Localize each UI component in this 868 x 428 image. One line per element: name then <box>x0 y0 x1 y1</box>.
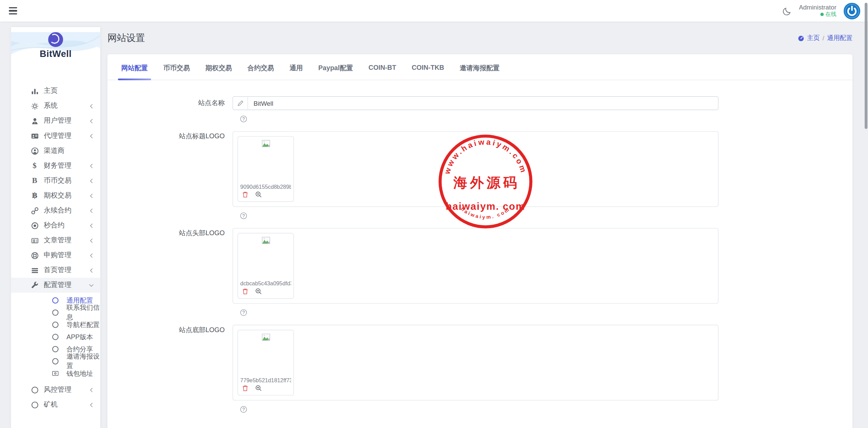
logo-label: 站点头部LOGO <box>107 228 233 238</box>
zoom-in-icon[interactable] <box>255 288 262 295</box>
moon-icon[interactable] <box>783 6 792 15</box>
tab-5[interactable]: Paypal配置 <box>318 64 353 80</box>
sidebar-item-13[interactable]: 配置管理 <box>11 278 100 293</box>
sidebar-item-9[interactable]: 秒合约 <box>11 218 100 233</box>
brand-logo-icon <box>48 32 63 47</box>
chevron-left-icon <box>89 163 94 168</box>
sidebar-item-4[interactable]: 渠道商 <box>11 143 100 158</box>
sidebar-item-label: 秒合约 <box>44 221 64 230</box>
tab-4[interactable]: 通用 <box>290 64 303 80</box>
sidebar-item-label: 配置管理 <box>44 281 72 290</box>
sidebar-subitem-13-6[interactable]: 钱包地址 <box>11 367 100 380</box>
pencil-icon <box>233 97 248 110</box>
submenu-item-label: 钱包地址 <box>66 369 93 378</box>
broken-image-icon <box>238 236 293 246</box>
zoom-in-icon[interactable] <box>255 191 262 198</box>
uploaded-filename: 9090d6155cd8b289bb93e6... <box>240 184 291 190</box>
sidebar-item-12[interactable]: 首页管理 <box>11 263 100 278</box>
chevron-left-icon <box>89 119 94 123</box>
brand-name: BitWell <box>11 49 100 59</box>
link-icon <box>31 206 39 215</box>
chevron-left-icon <box>89 253 94 258</box>
top-navbar: Administrator 在线 <box>0 0 868 22</box>
user-circle-icon <box>31 147 39 155</box>
logo-row-1: 站点头部LOGO dcbcab5c43a095dfd373644... <box>107 228 718 304</box>
sidebar-subitem-13-5[interactable]: 邀请海报设置 <box>11 355 100 367</box>
online-dot-icon <box>821 13 824 16</box>
site-name-input-group <box>233 96 718 110</box>
avatar[interactable] <box>844 2 860 19</box>
help-icon[interactable]: ? <box>240 406 247 413</box>
sidebar-item-15[interactable]: 矿机 <box>11 397 100 412</box>
tab-0[interactable]: 网站配置 <box>121 64 148 80</box>
tab-7[interactable]: COIN-TKB <box>412 64 444 80</box>
hamburger-menu-icon[interactable] <box>8 5 18 17</box>
sidebar-item-10[interactable]: 文章管理 <box>11 233 100 248</box>
sidebar-item-14[interactable]: 风控管理 <box>11 382 100 397</box>
tab-8[interactable]: 邀请海报配置 <box>460 64 500 80</box>
bitcoin-b-icon: B <box>31 177 39 185</box>
submenu-item-label: 邀请海报设置 <box>66 352 100 371</box>
logo-upload-dropzone[interactable]: 779e5b521d1812ff73a08de... <box>233 325 718 401</box>
radio-icon <box>52 358 59 365</box>
logo-label: 站点标题LOGO <box>107 131 233 141</box>
breadcrumb-home-link[interactable]: 主页 <box>807 34 820 42</box>
sidebar-item-label: 系统 <box>44 101 58 111</box>
vertical-scrollbar[interactable] <box>865 3 867 129</box>
radio-icon <box>52 322 59 328</box>
baht-icon: ฿ <box>31 191 39 200</box>
circle-icon <box>31 401 39 409</box>
help-row: ? <box>240 113 853 120</box>
tab-2[interactable]: 期权交易 <box>205 64 232 80</box>
logo-label: 站点底部LOGO <box>107 325 233 334</box>
sidebar: BitWell 主页系统用户管理代理管理渠道商$财务管理B币币交易฿期权交易永续… <box>11 27 100 428</box>
file-actions <box>242 288 262 295</box>
breadcrumb-separator: / <box>823 35 824 41</box>
page-title: 网站设置 <box>107 32 145 44</box>
sidebar-item-label: 代理管理 <box>44 131 72 141</box>
uploaded-file-card: 9090d6155cd8b289bb93e6... <box>237 136 294 202</box>
sidebar-item-0[interactable]: 主页 <box>11 84 100 99</box>
sidebar-subitem-13-1[interactable]: 联系我们信息 <box>11 306 100 319</box>
trash-icon[interactable] <box>242 385 249 392</box>
file-actions <box>242 191 262 198</box>
sidebar-item-2[interactable]: 用户管理 <box>11 114 100 128</box>
sidebar-item-6[interactable]: B币币交易 <box>11 173 100 188</box>
tab-3[interactable]: 合约交易 <box>248 64 274 80</box>
sidebar-item-5[interactable]: $财务管理 <box>11 158 100 173</box>
help-icon[interactable]: ? <box>240 212 247 219</box>
sidebar-subitem-13-3[interactable]: APP版本 <box>11 331 100 343</box>
sidebar-item-3[interactable]: 代理管理 <box>11 128 100 143</box>
uploaded-file-card: dcbcab5c43a095dfd373644... <box>237 233 294 299</box>
sidebar-item-1[interactable]: 系统 <box>11 99 100 114</box>
breadcrumb-current[interactable]: 通用配置 <box>827 34 852 42</box>
uploaded-file-card: 779e5b521d1812ff73a08de... <box>237 330 294 395</box>
radio-icon <box>52 333 59 340</box>
sidebar-item-7[interactable]: ฿期权交易 <box>11 188 100 203</box>
trash-icon[interactable] <box>242 288 249 295</box>
help-icon[interactable]: ? <box>240 309 247 316</box>
logo-sections: 站点标题LOGO 9090d6155cd8b289bb93e6... ? <box>107 131 853 410</box>
help-icon[interactable]: ? <box>240 116 247 123</box>
zoom-in-icon[interactable] <box>255 385 262 392</box>
sidebar-item-label: 首页管理 <box>44 266 72 275</box>
radio-icon <box>52 309 59 316</box>
tab-6[interactable]: COIN-BT <box>369 64 396 80</box>
sidebar-item-8[interactable]: 永续合约 <box>11 203 100 218</box>
logo-upload-dropzone[interactable]: 9090d6155cd8b289bb93e6... <box>233 131 718 207</box>
site-name-input[interactable] <box>248 97 718 110</box>
chevron-left-icon <box>89 179 94 183</box>
logo-upload-dropzone[interactable]: dcbcab5c43a095dfd373644... <box>233 228 718 304</box>
user-status: 在线 <box>799 11 836 18</box>
sidebar-item-label: 永续合约 <box>44 206 72 215</box>
sidebar-item-label: 用户管理 <box>44 116 72 126</box>
logo-row-2: 站点底部LOGO 779e5b521d1812ff73a08de... <box>107 325 718 401</box>
sidebar-item-11[interactable]: 申购管理 <box>11 248 100 263</box>
chart-bar-icon <box>31 87 39 95</box>
broken-image-icon <box>238 333 293 343</box>
life-ring-icon <box>31 251 39 259</box>
sidebar-item-label: 文章管理 <box>44 236 72 245</box>
trash-icon[interactable] <box>242 191 249 198</box>
sidebar-subitem-13-2[interactable]: 导航栏配置 <box>11 319 100 331</box>
tab-1[interactable]: 币币交易 <box>163 64 190 80</box>
